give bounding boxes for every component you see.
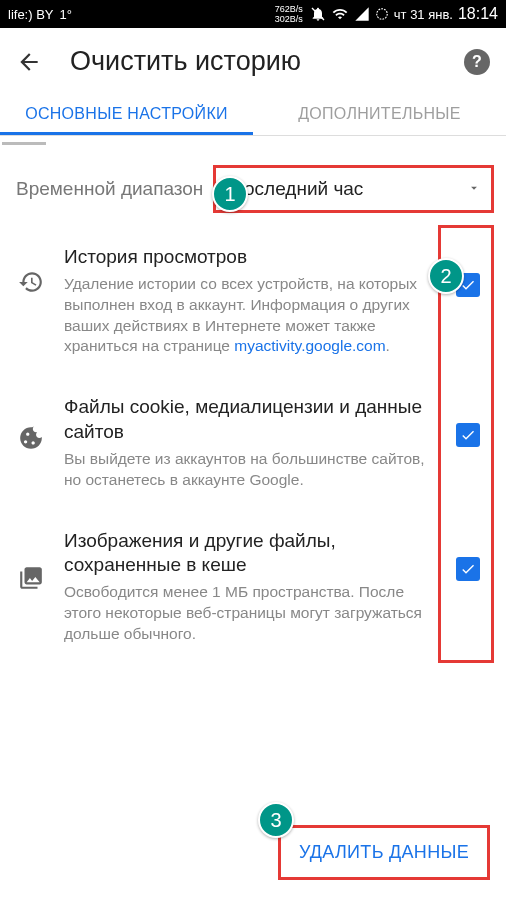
- tabs: ОСНОВНЫЕ НАСТРОЙКИ ДОПОЛНИТЕЛЬНЫЕ: [0, 91, 506, 136]
- carrier-label: life:) BY: [8, 7, 54, 22]
- temp-label: 1°: [60, 7, 72, 22]
- time-range-label: Временной диапазон: [16, 178, 203, 200]
- history-icon: [18, 269, 46, 299]
- wifi-icon: [331, 6, 349, 22]
- dnd-icon: [310, 6, 326, 22]
- svg-point-1: [377, 9, 388, 20]
- battery-icon: [375, 6, 389, 22]
- footer: УДАЛИТЬ ДАННЫЕ: [278, 825, 490, 880]
- step-badge-3: 3: [258, 802, 294, 838]
- option-title: Файлы cookie, медиалицензии и данные сай…: [64, 395, 438, 444]
- option-cookies[interactable]: Файлы cookie, медиалицензии и данные сай…: [0, 375, 506, 508]
- option-desc: Удаление истории со всех устройств, на к…: [64, 274, 438, 358]
- time-range-select[interactable]: Последний час: [213, 165, 494, 213]
- help-icon[interactable]: ?: [464, 49, 490, 75]
- option-title: История просмотров: [64, 245, 438, 270]
- option-desc: Освободится менее 1 МБ пространства. Пос…: [64, 582, 438, 645]
- chevron-down-icon: [467, 178, 481, 200]
- option-history[interactable]: История просмотров Удаление истории со в…: [0, 225, 506, 375]
- time-label: 18:14: [458, 5, 498, 23]
- time-range-row: Временной диапазон Последний час: [0, 153, 506, 225]
- time-range-value: Последний час: [230, 178, 363, 200]
- tab-basic[interactable]: ОСНОВНЫЕ НАСТРОЙКИ: [0, 91, 253, 135]
- option-title: Изображения и другие файлы, сохраненные …: [64, 529, 438, 578]
- app-header: Очистить историю ?: [0, 28, 506, 91]
- checkbox-cache[interactable]: [456, 557, 484, 581]
- step-badge-1: 1: [212, 176, 248, 212]
- status-bar: life:) BY 1° 762B/s 302B/s чт 31 янв. 18…: [0, 0, 506, 28]
- step-badge-2: 2: [428, 258, 464, 294]
- option-desc: Вы выйдете из аккаунтов на большинстве с…: [64, 449, 438, 491]
- tab-advanced[interactable]: ДОПОЛНИТЕЛЬНЫЕ: [253, 91, 506, 135]
- cookie-icon: [18, 425, 46, 455]
- signal-icon: [354, 6, 370, 22]
- options-list: История просмотров Удаление истории со в…: [0, 225, 506, 663]
- option-cache[interactable]: Изображения и другие файлы, сохраненные …: [0, 509, 506, 663]
- tab-indicator: [0, 132, 253, 135]
- image-icon: [18, 565, 46, 595]
- myactivity-link[interactable]: myactivity.google.com: [234, 337, 385, 354]
- network-speed: 762B/s 302B/s: [275, 4, 303, 24]
- checkbox-cookies[interactable]: [456, 423, 484, 447]
- page-title: Очистить историю: [70, 46, 436, 77]
- sub-indicator: [2, 142, 46, 145]
- date-label: чт 31 янв.: [394, 7, 453, 22]
- delete-data-button[interactable]: УДАЛИТЬ ДАННЫЕ: [278, 825, 490, 880]
- back-icon[interactable]: [16, 49, 42, 75]
